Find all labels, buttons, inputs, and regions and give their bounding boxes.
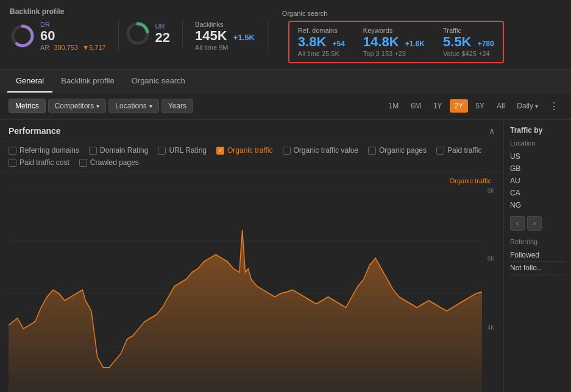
referring-subtitle: Referring xyxy=(510,238,565,245)
chart-organic-label: Organic traffic xyxy=(450,177,491,184)
y-axis: 8K 6K 4K 2K xyxy=(488,187,495,392)
checkbox-paid-traffic-cost-box xyxy=(9,159,16,167)
dr-donut xyxy=(10,23,35,49)
ar-label: AR xyxy=(40,44,49,51)
keywords-metric: Keywords 14.8K +1.6K Top 3 153 +23 xyxy=(363,27,425,57)
dr-info: DR 60 AR 300,753 ▼5,717 xyxy=(40,21,106,51)
checkbox-organic-traffic-value[interactable]: Organic traffic value xyxy=(283,146,359,155)
backlinks-label: Backlinks xyxy=(195,21,255,28)
dr-value: 60 xyxy=(40,29,106,43)
checkbox-organic-traffic[interactable]: Organic traffic xyxy=(216,146,272,155)
ar-value: 300,753 xyxy=(54,44,78,51)
checkbox-crawled-pages[interactable]: Crawled pages xyxy=(79,158,139,167)
keywords-sub: Top 3 153 +23 xyxy=(363,50,425,57)
checkbox-crawled-pages-label: Crawled pages xyxy=(90,158,139,167)
locations-chevron-icon: ▾ xyxy=(149,103,152,110)
dr-metric-group: DR 60 AR 300,753 ▼5,717 xyxy=(10,21,119,51)
country-gb[interactable]: GB xyxy=(510,163,565,175)
backlinks-value: 145K +1.5K xyxy=(195,29,255,43)
traffic-label: Traffic xyxy=(443,27,494,34)
y-6k: 6K xyxy=(488,256,495,262)
prev-page-button[interactable]: ‹ xyxy=(510,216,525,231)
right-sidebar: Traffic by Location US GB AU CA NG ‹ › R… xyxy=(504,120,571,392)
ref-followed[interactable]: Followed xyxy=(510,249,565,262)
checkbox-crawled-pages-box xyxy=(79,159,87,167)
chart-section: Performance ∧ Referring domains Domain R… xyxy=(0,120,504,392)
country-ca[interactable]: CA xyxy=(510,187,565,199)
ref-domains-sub: All time 25.5K xyxy=(298,50,345,57)
tab-backlink-profile[interactable]: Backlink profile xyxy=(52,70,122,93)
y-4k: 4K xyxy=(488,324,495,331)
ur-metric-group: UR 22 xyxy=(125,21,183,46)
time-1y-button[interactable]: 1Y xyxy=(428,99,447,113)
checkbox-domain-rating-box xyxy=(89,147,97,155)
ur-info: UR 22 xyxy=(155,23,170,44)
checkbox-organic-traffic-value-box xyxy=(283,147,291,155)
checkbox-domain-rating-label: Domain Rating xyxy=(100,146,148,155)
traffic-value: 5.5K +780 xyxy=(443,35,494,49)
ref-domains-value: 3.8K +54 xyxy=(298,35,345,49)
organic-search-title: Organic search xyxy=(282,10,328,17)
tab-general[interactable]: General xyxy=(7,70,52,93)
ar-change: ▼5,717 xyxy=(82,44,105,51)
checkbox-url-rating-box xyxy=(158,147,166,155)
ref-domains-metric: Ref. domains 3.8K +54 All time 25.5K xyxy=(298,27,345,57)
checkbox-paid-traffic[interactable]: Paid traffic xyxy=(436,146,481,155)
organic-metrics: Ref. domains 3.8K +54 All time 25.5K Key… xyxy=(288,21,504,63)
keywords-label: Keywords xyxy=(363,27,425,34)
checkbox-paid-traffic-cost-label: Paid traffic cost xyxy=(20,158,69,167)
checkbox-referring-domains-label: Referring domains xyxy=(20,146,79,155)
checkbox-organic-traffic-value-label: Organic traffic value xyxy=(294,146,359,155)
backlinks-sub: All time 9M xyxy=(195,44,255,51)
checkboxes-row: Referring domains Domain Rating URL Rati… xyxy=(0,141,503,172)
checkbox-paid-traffic-label: Paid traffic xyxy=(447,146,481,155)
traffic-by-title: Traffic by xyxy=(510,126,565,135)
chart-svg-wrap xyxy=(9,187,482,392)
checkbox-organic-traffic-label: Organic traffic xyxy=(227,146,272,155)
country-au[interactable]: AU xyxy=(510,175,565,187)
checkbox-paid-traffic-cost[interactable]: Paid traffic cost xyxy=(9,158,69,167)
daily-chevron-icon: ▾ xyxy=(535,103,538,110)
referring-section: Referring Followed Not follo... xyxy=(510,238,565,275)
checkbox-domain-rating[interactable]: Domain Rating xyxy=(89,146,148,155)
top-header: Backlink profile DR 60 AR 300,753 ▼5,717 xyxy=(0,0,571,70)
nav-tabs: General Backlink profile Organic search xyxy=(0,70,571,93)
time-all-button[interactable]: All xyxy=(492,99,509,113)
ref-not-followed[interactable]: Not follo... xyxy=(510,262,565,275)
time-6m-button[interactable]: 6M xyxy=(406,99,426,113)
metrics-row: DR 60 AR 300,753 ▼5,717 UR 22 xyxy=(10,21,561,63)
locations-button[interactable]: Locations ▾ xyxy=(108,99,158,113)
more-options-button[interactable]: ⋮ xyxy=(545,99,562,113)
daily-dropdown-button[interactable]: Daily ▾ xyxy=(512,99,543,113)
checkbox-referring-domains[interactable]: Referring domains xyxy=(9,146,79,155)
backlinks-metric-group: Backlinks 145K +1.5K All time 9M xyxy=(195,21,268,51)
checkbox-url-rating[interactable]: URL Rating xyxy=(158,146,207,155)
ur-label: UR xyxy=(155,23,170,30)
keywords-value: 14.8K +1.6K xyxy=(363,35,425,49)
collapse-button[interactable]: ∧ xyxy=(489,126,495,136)
backlinks-info: Backlinks 145K +1.5K All time 9M xyxy=(195,21,255,51)
chart-area: Organic traffic 8K 6K 4K 2K xyxy=(0,172,503,392)
location-subtitle: Location xyxy=(510,139,565,147)
competitors-button[interactable]: Competitors ▾ xyxy=(48,99,107,113)
time-2y-button[interactable]: 2Y xyxy=(450,99,469,113)
checkbox-paid-traffic-box xyxy=(436,147,444,155)
pagination-buttons: ‹ › xyxy=(510,216,565,231)
y-8k: 8K xyxy=(488,187,495,194)
metrics-button[interactable]: Metrics xyxy=(9,99,46,113)
ref-domains-label: Ref. domains xyxy=(298,27,345,34)
tab-organic-search[interactable]: Organic search xyxy=(123,70,194,93)
years-button[interactable]: Years xyxy=(161,99,193,113)
time-5y-button[interactable]: 5Y xyxy=(470,99,489,113)
next-page-button[interactable]: › xyxy=(527,216,542,231)
checkbox-url-rating-label: URL Rating xyxy=(169,146,207,155)
traffic-sub: Value $425 +24 xyxy=(443,50,494,57)
ur-donut xyxy=(125,21,151,46)
checkbox-organic-traffic-box xyxy=(216,147,224,155)
country-ng[interactable]: NG xyxy=(510,199,565,211)
checkbox-organic-pages[interactable]: Organic pages xyxy=(368,146,427,155)
time-1m-button[interactable]: 1M xyxy=(384,99,404,113)
toolbar-left: Metrics Competitors ▾ Locations ▾ Years xyxy=(9,99,193,113)
organic-search-section: Organic search Ref. domains 3.8K +54 All… xyxy=(282,21,504,63)
country-us[interactable]: US xyxy=(510,150,565,163)
